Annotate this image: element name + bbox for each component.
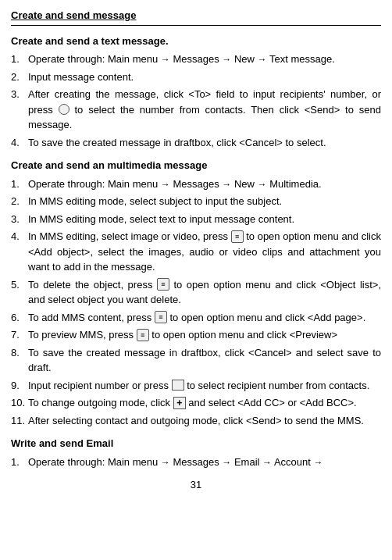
list-item: 8. To save the created message in draftb… [11,345,381,376]
list-item: 3. After creating the message, click <To… [11,87,381,133]
new-label: New [234,53,255,65]
arrow-icon: → [314,457,323,468]
list-item: 4. To save the created message in draftb… [11,135,381,151]
page-container: Create and send message Create and send … [11,8,381,493]
email-section: Write and send Email 1. Operate through:… [11,436,381,469]
list-item: 6. To add MMS content, press ≡ to open o… [11,310,381,326]
contacts-book-icon [172,380,184,391]
text-message-list: 1. Operate through: Main menu → Messages… [11,52,381,150]
text-message-section: Create and send a text message. 1. Opera… [11,34,381,151]
arrow-icon: → [258,179,267,190]
multimedia-message-section: Create and send an multimedia message 1.… [11,158,381,428]
email-list: 1. Operate through: Main menu → Messages… [11,455,381,470]
arrow-icon: → [161,54,170,65]
arrow-icon: → [222,54,231,65]
list-item: 10. To change outgoing mode, click + and… [11,395,381,411]
list-item: 4. In MMS editing, select image or video… [11,229,381,275]
list-item: 5. To delete the object, press ≡ to open… [11,277,381,308]
email-heading: Write and send Email [11,436,381,451]
plus-icon: + [173,397,186,409]
list-item: 11. After selecting contact and outgoing… [11,413,381,429]
list-item: 3. In MMS editing mode, select text to i… [11,212,381,227]
text-label: Text [269,53,288,65]
multimedia-message-list: 1. Operate through: Main menu → Messages… [11,177,381,429]
option-menu-icon: ≡ [231,230,244,243]
list-item: 1. Operate through: Main menu → Messages… [11,177,381,192]
arrow-icon: → [222,457,231,468]
list-item: 1. Operate through: Main menu → Messages… [11,455,381,470]
page-title: Create and send message [11,8,381,26]
option-menu-icon: ≡ [157,278,169,291]
page-number: 31 [11,477,381,493]
list-item: 9. Input recipient number or press to se… [11,378,381,394]
arrow-icon: → [258,54,267,65]
list-item: 1. Operate through: Main menu → Messages… [11,52,381,67]
arrow-icon: → [161,179,170,190]
contacts-icon [59,104,69,115]
multimedia-message-heading: Create and send an multimedia message [11,158,381,173]
arrow-icon: → [161,457,170,468]
text-message-heading: Create and send a text message. [11,34,381,49]
arrow-icon: → [262,457,272,468]
list-item: 2. Input message content. [11,70,381,85]
option-menu-icon: ≡ [155,311,167,323]
list-item: 7. To preview MMS, press ≡ to open optio… [11,327,381,343]
option-menu-icon: ≡ [137,329,149,341]
list-item: 2. In MMS editing mode, select subject t… [11,194,381,209]
arrow-icon: → [222,179,231,190]
